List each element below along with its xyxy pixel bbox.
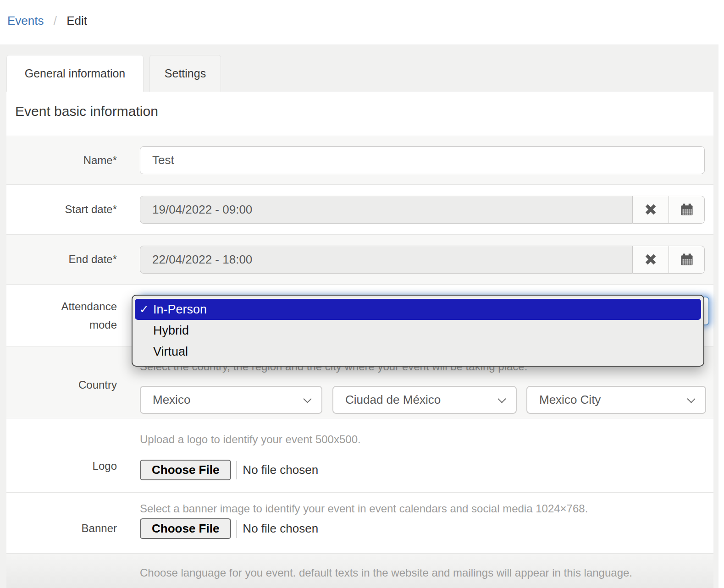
banner-label: Banner xyxy=(6,522,117,553)
logo-choose-file-button[interactable]: Choose File xyxy=(140,460,231,480)
logo-file-status: No file chosen xyxy=(243,463,318,477)
breadcrumb-separator: / xyxy=(54,14,57,27)
country-label: Country xyxy=(6,379,117,418)
start-date-input[interactable]: 19/04/2022 - 09:00 xyxy=(140,196,633,224)
attendance-mode-dropdown: ✓ In-Person Hybrid Virtual xyxy=(132,295,704,367)
end-date-clear-button[interactable] xyxy=(633,246,669,274)
banner-helper-text: Select a banner image to identify your e… xyxy=(140,502,713,515)
calendar-icon xyxy=(680,253,694,266)
clear-x-icon xyxy=(644,203,658,216)
country-select[interactable]: Mexico xyxy=(140,386,322,414)
file-separator xyxy=(236,520,237,538)
logo-label: Logo xyxy=(6,460,117,492)
dropdown-option-in-person[interactable]: ✓ In-Person xyxy=(135,299,701,320)
logo-row: Logo Upload a logo to identify your even… xyxy=(6,418,713,493)
calendar-icon xyxy=(680,203,694,216)
breadcrumb: Events / Edit xyxy=(0,0,724,44)
breadcrumb-current: Edit xyxy=(66,14,87,27)
city-select[interactable]: Mexico City xyxy=(526,386,706,414)
chevron-down-icon xyxy=(303,395,311,403)
end-date-calendar-button[interactable] xyxy=(669,246,705,274)
start-date-calendar-button[interactable] xyxy=(669,196,705,224)
checkmark-icon: ✓ xyxy=(139,303,149,316)
attendance-mode-label: Attendance mode xyxy=(6,297,117,334)
tab-settings[interactable]: Settings xyxy=(149,55,221,92)
banner-row: Banner Select a banner image to identify… xyxy=(6,493,713,554)
dropdown-option-virtual[interactable]: Virtual xyxy=(135,341,701,362)
breadcrumb-events-link[interactable]: Events xyxy=(7,14,44,27)
end-date-row: End date* 22/04/2022 - 18:00 xyxy=(6,235,713,285)
end-date-input[interactable]: 22/04/2022 - 18:00 xyxy=(140,246,633,274)
general-information-panel: Event basic information Name* Start date… xyxy=(6,92,713,588)
name-label: Name* xyxy=(6,154,117,167)
tab-general-information[interactable]: General information xyxy=(6,55,144,92)
scrollbar-track[interactable] xyxy=(718,0,724,588)
logo-helper-text: Upload a logo to identify your event 500… xyxy=(140,433,713,446)
end-date-label: End date* xyxy=(6,253,117,266)
dropdown-option-hybrid[interactable]: Hybrid xyxy=(135,320,701,341)
content-area: General information Settings Event basic… xyxy=(0,44,724,588)
banner-file-status: No file chosen xyxy=(243,522,318,536)
tab-bar: General information Settings xyxy=(0,44,724,92)
banner-choose-file-button[interactable]: Choose File xyxy=(140,518,231,539)
language-row: Choose language for you event. default t… xyxy=(6,554,713,588)
name-row: Name* xyxy=(6,136,713,185)
region-select[interactable]: Ciudad de México xyxy=(332,386,517,414)
chevron-down-icon xyxy=(687,395,695,403)
chevron-down-icon xyxy=(497,395,506,403)
file-separator xyxy=(236,461,237,479)
language-label-spacer xyxy=(6,554,117,588)
start-date-clear-button[interactable] xyxy=(633,196,669,224)
language-helper-text: Choose language for you event. default t… xyxy=(140,566,713,579)
section-title: Event basic information xyxy=(6,92,713,136)
start-date-row: Start date* 19/04/2022 - 09:00 xyxy=(6,185,713,235)
attendance-mode-row: Attendance mode ✓ In-Person Hybrid Virtu… xyxy=(6,285,713,347)
start-date-label: Start date* xyxy=(6,203,117,216)
name-input[interactable] xyxy=(140,146,705,174)
clear-x-icon xyxy=(644,253,658,266)
